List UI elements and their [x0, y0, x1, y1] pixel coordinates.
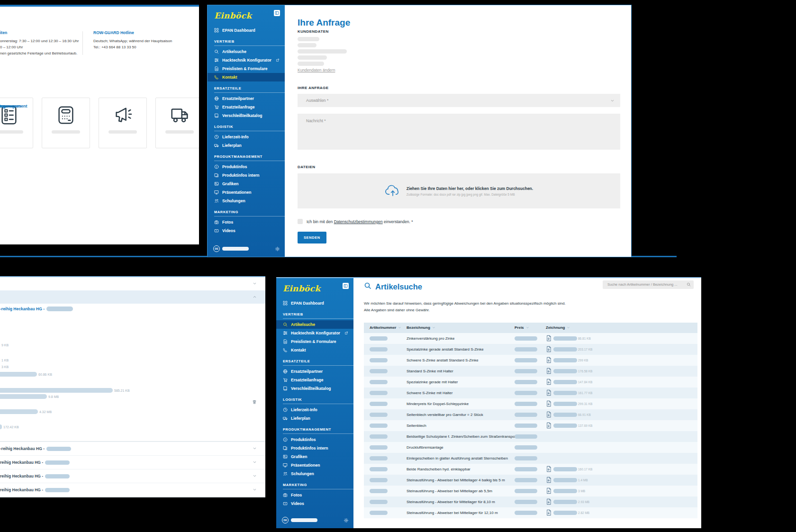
sort-chevron-icon[interactable]: [432, 326, 435, 329]
sidebar-item-verschlei-teilkatalog[interactable]: Verschleißteilkatalog: [208, 111, 285, 120]
sidebar-item-kontakt[interactable]: Kontakt: [208, 73, 285, 81]
anfrage-type-select[interactable]: Auswählen *: [298, 94, 620, 107]
senden-button[interactable]: SENDEN: [298, 232, 326, 243]
pdf-file-icon[interactable]: [546, 389, 552, 396]
gear-icon[interactable]: [344, 518, 349, 523]
accordion-row-collapsed[interactable]: reihig Heckanbau HG -: [0, 483, 265, 496]
sort-chevron-icon[interactable]: [567, 326, 570, 329]
file-entry[interactable]: 3 KB: [0, 365, 9, 369]
message-textarea[interactable]: Nachricht *: [298, 114, 620, 150]
sidebar-item-verschlei-teilkatalog[interactable]: Verschleißteilkatalog: [276, 384, 353, 393]
sidebar-item-lieferzeit-info[interactable]: Lieferzeit-Info: [276, 406, 353, 414]
collapse-sidebar-button[interactable]: [274, 10, 280, 16]
table-row[interactable]: Beidseitige Schutzplane f. Zinken/Scheib…: [364, 431, 697, 442]
file-entry[interactable]: 9.8 MB: [0, 394, 59, 399]
chevron-down-icon[interactable]: [253, 446, 257, 451]
sidebar-item-videos[interactable]: Videos: [276, 499, 353, 508]
pdf-file-icon[interactable]: [546, 400, 552, 407]
table-row[interactable]: Einlegescheiben in glatter Ausführung an…: [364, 453, 697, 464]
sidebar-item-lieferplan[interactable]: Lieferplan: [276, 414, 353, 423]
table-row[interactable]: Spezialzinke gerade mit Halter147.84 KB: [364, 377, 697, 388]
table-row[interactable]: Druckluftbremsanlage: [364, 442, 697, 453]
chevron-down-icon[interactable]: [253, 474, 257, 478]
table-row[interactable]: Steinausführung - Abweiser bei Mittellag…: [364, 475, 697, 486]
sort-chevron-icon[interactable]: [398, 326, 401, 329]
sidebar-item-hacktechnik-konfigurator[interactable]: Hacktechnik Konfigurator: [208, 56, 285, 64]
pdf-file-icon[interactable]: [546, 466, 552, 472]
sidebar-item-kontakt[interactable]: Kontakt: [276, 346, 353, 354]
pdf-file-icon[interactable]: [546, 422, 552, 429]
sidebar-item-fotos[interactable]: Fotos: [208, 218, 285, 226]
pdf-file-icon[interactable]: [546, 509, 552, 516]
dashboard-card-marketing[interactable]: Marketing: [99, 98, 147, 148]
table-row[interactable]: Schwere S-Zinke anstatt Standard S-Zinke…: [364, 355, 697, 366]
pdf-file-icon[interactable]: [546, 346, 552, 352]
dashboard-card-rechnungswesen[interactable]: Rechnungswesen: [42, 98, 90, 148]
file-entry[interactable]: 4.32 MB: [0, 409, 52, 414]
sidebar-item-schulungen[interactable]: Schulungen: [208, 197, 285, 205]
search-input[interactable]: Suche nach Artikelnummer / Bezeichnung .…: [603, 280, 694, 289]
table-row[interactable]: Seitenblech verstellbar pro Garnitur = 2…: [364, 409, 697, 420]
product-link[interactable]: -reihig Heckanbau HG -: [0, 307, 73, 311]
file-entry[interactable]: 9 KB: [0, 343, 9, 347]
sidebar-item-produktinfos[interactable]: Produktinfos: [276, 435, 353, 444]
column-header-bezeichnung[interactable]: Bezeichnung: [407, 325, 435, 330]
chevron-down-icon[interactable]: [253, 487, 257, 492]
table-row[interactable]: Minderpreis für Doppel-Schleppzinke299.3…: [364, 398, 697, 409]
chevron-down-icon[interactable]: [253, 281, 257, 286]
table-row[interactable]: Zinkenverstärkung pro Zinke86.81 KB: [364, 333, 697, 344]
table-row[interactable]: Schwere S-Zinke mit Halter161.77 KB: [364, 388, 697, 398]
sidebar-item-ersatzteilpartner[interactable]: Ersatzteilpartner: [208, 94, 285, 103]
sidebar-item-preislisten-formulare[interactable]: Preislisten & Formulare: [276, 337, 353, 346]
accordion-row-expanded-header[interactable]: [0, 290, 265, 304]
table-row[interactable]: Standard S-Zinke mit Halter176.58 KB: [364, 366, 697, 377]
file-entry[interactable]: 60.86 KB: [0, 372, 52, 377]
sidebar-item-artikelsuche[interactable]: Artikelsuche: [208, 47, 285, 56]
sidebar-item-hacktechnik-konfigurator[interactable]: Hacktechnik Konfigurator: [276, 329, 353, 337]
sidebar-item-ersatzteilanfrage[interactable]: Ersatzteilanfrage: [208, 103, 285, 111]
language-avatar[interactable]: DE: [213, 245, 220, 252]
file-entry[interactable]: 1 KB: [0, 359, 9, 362]
file-entry[interactable]: 585.21 KB: [0, 388, 130, 393]
accordion-row-collapsed[interactable]: reihig Heckanbau HG -: [0, 455, 265, 469]
sidebar-item-videos[interactable]: Videos: [208, 226, 285, 235]
chevron-up-icon[interactable]: [253, 295, 257, 299]
sort-chevron-icon[interactable]: [526, 326, 529, 329]
table-row[interactable]: Seitenblech137.69 KB: [364, 420, 697, 431]
chevron-down-icon[interactable]: [253, 460, 257, 464]
sidebar-item-produktinfos-intern[interactable]: Produktinfos intern: [276, 444, 353, 452]
sidebar-item-epan-dashboard[interactable]: EPAN Dashboard: [208, 26, 285, 35]
sidebar-item-grafiken[interactable]: Grafiken: [276, 452, 353, 461]
sidebar-item-preislisten-formulare[interactable]: Preislisten & Formulare: [208, 64, 285, 73]
trash-icon[interactable]: [252, 399, 257, 405]
pdf-file-icon[interactable]: [546, 477, 552, 483]
table-row[interactable]: Beide Randscheiben hyd. einklappbar160.1…: [364, 464, 697, 475]
sidebar-item-lieferplan[interactable]: Lieferplan: [208, 141, 285, 150]
pdf-file-icon[interactable]: [546, 411, 552, 418]
pdf-file-icon[interactable]: [546, 487, 552, 494]
file-entry[interactable]: 172.42 KB: [0, 424, 19, 429]
sidebar-item-artikelsuche[interactable]: Artikelsuche: [276, 320, 353, 329]
table-row[interactable]: Steinausführung - Abweiser für Mittellag…: [364, 496, 697, 507]
column-header-artikelnummer[interactable]: Artikelnummer: [370, 325, 401, 330]
pdf-file-icon[interactable]: [546, 335, 552, 342]
language-avatar[interactable]: DE: [282, 517, 289, 523]
sidebar-item-fotos[interactable]: Fotos: [276, 491, 353, 499]
table-row[interactable]: Spezialzinke gerade anstatt Standard S-Z…: [364, 344, 697, 355]
datenschutz-link[interactable]: Datenschutzbestimmungen: [334, 219, 383, 224]
sidebar-item-produktinfos-intern[interactable]: Produktinfos intern: [208, 171, 285, 180]
sidebar-item-lieferzeit-info[interactable]: Lieferzeit-Info: [208, 133, 285, 141]
accordion-row-collapsed[interactable]: reihig Heckanbau HG -: [0, 469, 265, 483]
table-row[interactable]: Steinausführung - Abweiser bei Mittellag…: [364, 507, 697, 518]
pdf-file-icon[interactable]: [546, 357, 552, 363]
column-header-zeichnung[interactable]: Zeichnung: [546, 325, 570, 330]
sidebar-item-ersatzteilpartner[interactable]: Ersatzteilpartner: [276, 367, 353, 376]
accordion-row-collapsed[interactable]: -reihig Heckanbau HG -: [0, 442, 265, 455]
sidebar-item-pr-sentationen[interactable]: Präsentationen: [208, 188, 285, 197]
dashboard-card-logistik[interactable]: Logistik: [155, 98, 199, 148]
consent-checkbox[interactable]: [298, 219, 303, 224]
sidebar-item-ersatzteilanfrage[interactable]: Ersatzteilanfrage: [276, 376, 353, 384]
sidebar-item-epan-dashboard[interactable]: EPAN Dashboard: [276, 299, 353, 307]
file-dropzone[interactable]: Ziehen Sie Ihre Daten hier her, oder kli…: [298, 173, 620, 208]
accordion-row-collapsed[interactable]: [0, 277, 265, 290]
